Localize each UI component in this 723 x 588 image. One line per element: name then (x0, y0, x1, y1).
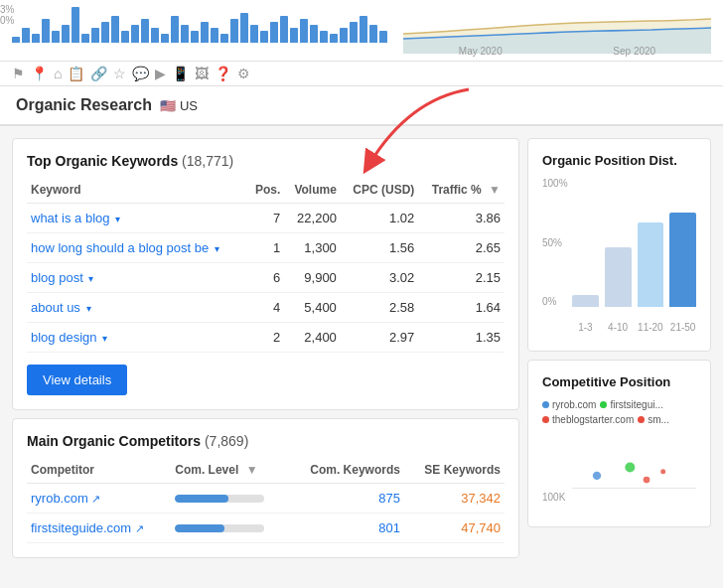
table-row: about us ▾ 4 5,400 2.58 1.64 (27, 293, 505, 323)
bar (270, 22, 278, 43)
bar (260, 31, 268, 43)
competitor-cell[interactable]: ryrob.com ↗ (27, 484, 171, 514)
bar (101, 22, 109, 43)
icon-bubble[interactable]: 💬 (132, 66, 149, 81)
keyword-link[interactable]: blog post (31, 270, 83, 285)
icon-star[interactable]: ☆ (113, 66, 126, 81)
col-keyword: Keyword (27, 179, 247, 204)
keyword-link[interactable]: blog design (31, 330, 97, 345)
icon-phone[interactable]: 📱 (172, 66, 189, 81)
region-label: US (180, 98, 198, 113)
traffic-filter-icon[interactable]: ▼ (489, 183, 501, 197)
icon-home[interactable]: ⌂ (54, 66, 62, 81)
bar (171, 16, 179, 43)
col-se-keywords: SE Keywords (404, 459, 505, 484)
bar (121, 31, 129, 43)
pos-x-label: 11-20 (638, 322, 664, 333)
bar (211, 28, 218, 43)
keyword-cell[interactable]: blog design ▾ (27, 323, 247, 353)
bar (280, 16, 288, 43)
keyword-link[interactable]: what is a blog (31, 211, 110, 225)
col-pos: Pos. (247, 179, 284, 204)
traffic-cell: 1.35 (418, 323, 505, 353)
top-chart-area: 3% 0% May 2020 Sep 2020 (0, 0, 723, 62)
legend-label: sm... (648, 414, 669, 425)
comp-legend: ryrob.comfirstsitegui...theblogstarter.c… (542, 399, 696, 425)
keyword-link[interactable]: about us (31, 300, 80, 315)
pos-cell: 7 (247, 204, 284, 233)
keyword-cell[interactable]: what is a blog ▾ (27, 204, 247, 233)
table-row: firstsiteguide.com ↗ 801 47,740 (27, 514, 505, 543)
external-link-icon[interactable]: ↗ (135, 522, 144, 534)
cpc-cell: 2.58 (341, 293, 418, 323)
com-level-cell (171, 514, 287, 543)
svg-point-4 (644, 477, 651, 484)
keyword-dropdown-icon[interactable]: ▾ (115, 214, 120, 224)
com-level-filter-icon[interactable]: ▼ (246, 463, 258, 477)
icon-question[interactable]: ❓ (215, 66, 231, 81)
keyword-dropdown-icon[interactable]: ▾ (102, 333, 107, 344)
keyword-dropdown-icon[interactable]: ▾ (88, 273, 93, 284)
pos-bars (572, 178, 696, 307)
legend-item: ryrob.com (542, 399, 596, 410)
region-selector[interactable]: 🇺🇸 US (160, 98, 198, 113)
legend-label: ryrob.com (552, 399, 596, 410)
icon-play[interactable]: ▶ (155, 66, 166, 81)
bar (340, 28, 348, 43)
bar (320, 31, 328, 43)
bar (201, 22, 209, 43)
volume-cell: 9,900 (284, 263, 341, 293)
progress-fill (175, 495, 228, 503)
bar (12, 37, 20, 43)
cpc-cell: 1.02 (341, 204, 418, 233)
keyword-cell[interactable]: about us ▾ (27, 293, 247, 323)
bar (91, 28, 99, 43)
competitor-link[interactable]: ryrob.com (31, 491, 88, 506)
volume-cell: 22,200 (284, 204, 341, 233)
legend-label: firstsitegui... (610, 399, 662, 410)
legend-dot (542, 416, 549, 423)
col-com-keywords: Com. Keywords (287, 459, 404, 484)
flag-icon: 🇺🇸 (160, 98, 176, 113)
table-row: blog design ▾ 2 2,400 2.97 1.35 (27, 323, 505, 353)
icon-pin[interactable]: 📍 (31, 66, 48, 81)
bar (151, 28, 159, 43)
icon-settings[interactable]: ⚙ (237, 66, 250, 81)
pos-x-label: 4-10 (605, 322, 632, 333)
progress-bar (175, 495, 264, 503)
view-details-button[interactable]: View details (27, 365, 127, 395)
svg-point-2 (593, 472, 601, 480)
bar (360, 16, 367, 43)
external-link-icon[interactable]: ↗ (91, 493, 100, 505)
pos-bar (638, 222, 664, 307)
keyword-cell[interactable]: how long should a blog post be ▾ (27, 233, 247, 263)
col-volume: Volume (284, 179, 341, 204)
col-cpc: CPC (USD) (341, 179, 418, 204)
comp-y-label: 100K (542, 492, 565, 503)
organic-research-header: Organic Research 🇺🇸 US (0, 86, 723, 126)
icon-link[interactable]: 🔗 (90, 66, 107, 81)
icon-clipboard[interactable]: 📋 (68, 66, 84, 81)
legend-dot (542, 401, 549, 408)
icon-image[interactable]: 🖼 (195, 66, 209, 81)
keyword-dropdown-icon[interactable]: ▾ (86, 303, 91, 314)
keyword-cell[interactable]: blog post ▾ (27, 263, 247, 293)
competitive-pos-card: Competitive Position ryrob.comfirstsiteg… (527, 360, 711, 527)
bar (330, 34, 338, 43)
competitor-link[interactable]: firstsiteguide.com (31, 520, 131, 535)
competitive-pos-title: Competitive Position (542, 374, 696, 389)
table-row: blog post ▾ 6 9,900 3.02 2.15 (27, 263, 505, 293)
competitor-cell[interactable]: firstsiteguide.com ↗ (27, 514, 171, 543)
pos-bar (572, 295, 599, 307)
bar (300, 19, 308, 43)
progress-bar (175, 524, 264, 532)
traffic-cell: 2.65 (418, 233, 505, 263)
com-keywords-cell: 875 (287, 484, 404, 514)
keyword-link[interactable]: how long should a blog post be (31, 240, 209, 255)
icon-flag[interactable]: ⚑ (12, 66, 25, 81)
bar (310, 25, 318, 43)
bar (191, 31, 199, 43)
comp-chart: 100K (542, 433, 696, 513)
keyword-dropdown-icon[interactable]: ▾ (215, 243, 219, 254)
bar (62, 25, 70, 43)
